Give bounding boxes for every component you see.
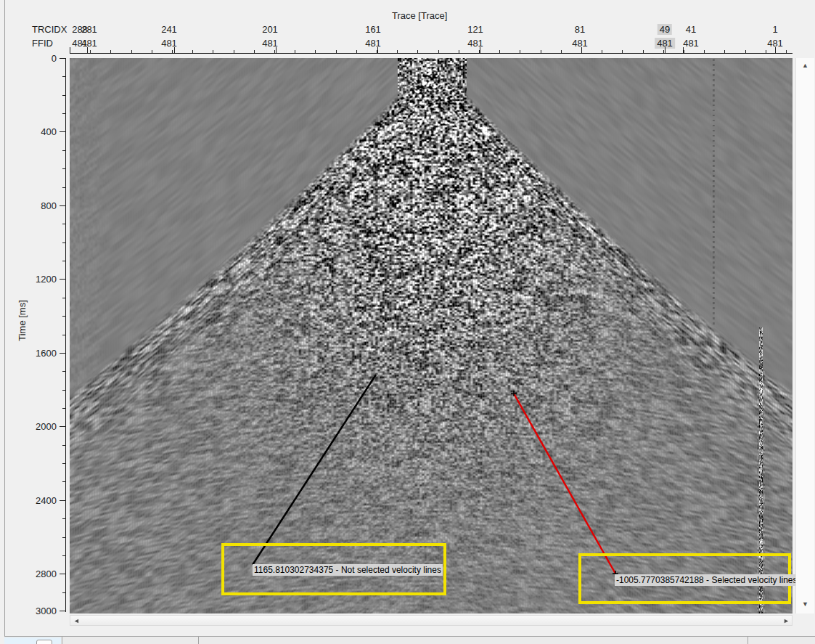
- trace-minor-tick: [479, 50, 480, 53]
- velocity-line-selected[interactable]: [514, 394, 615, 574]
- plot-overlay: 1165.810302734375 - Not selected velocit…: [70, 58, 793, 614]
- bottom-bar: [4, 636, 815, 644]
- trace-tick-trcidx: 1: [772, 24, 777, 35]
- trace-minor-tick: [766, 50, 766, 53]
- time-minor-tick: [62, 555, 65, 556]
- trace-minor-tick: [581, 50, 582, 53]
- time-tick-label: 2000: [13, 421, 57, 432]
- time-minor-tick: [62, 481, 65, 482]
- trace-minor-tick: [254, 50, 255, 53]
- trace-minor-tick: [356, 50, 357, 53]
- time-minor-tick: [62, 242, 65, 243]
- time-tick-label: 0: [13, 53, 57, 64]
- trace-minor-tick: [315, 50, 316, 53]
- time-minor-tick: [62, 224, 65, 224]
- time-minor-tick: [62, 371, 65, 372]
- bottom-bar-side-panel: [4, 637, 61, 644]
- trace-minor-tick: [663, 50, 664, 53]
- trace-axis-line: [70, 53, 793, 54]
- trace-minor-tick: [90, 50, 91, 53]
- ffid-row-label: FFID: [32, 38, 53, 49]
- time-major-tick: [60, 426, 65, 427]
- time-minor-tick: [62, 518, 65, 519]
- time-major-tick: [60, 279, 65, 280]
- trace-tick-trcidx: 121: [467, 24, 483, 35]
- time-tick-label: 400: [13, 126, 57, 137]
- trace-tick-ffid: 481: [683, 38, 699, 49]
- trace-minor-tick: [745, 50, 746, 53]
- trace-minor-tick: [274, 50, 275, 53]
- time-tick-label: 1600: [13, 348, 57, 359]
- time-major-tick: [60, 574, 65, 574]
- time-minor-tick: [62, 335, 65, 335]
- time-major-tick: [60, 58, 65, 59]
- vertical-scrollbar[interactable]: ▲ ▼: [795, 58, 814, 614]
- trace-tick-trcidx: 161: [365, 24, 381, 35]
- trace-minor-tick: [234, 50, 234, 53]
- seismic-viewer-window: Trace [Trace] TRCIDX FFID 28848128148124…: [0, 0, 815, 644]
- time-minor-tick: [62, 95, 65, 96]
- trace-tick-ffid: 481: [572, 38, 588, 49]
- time-minor-tick: [62, 298, 65, 298]
- trace-minor-tick: [561, 50, 562, 53]
- bottom-bar-button[interactable]: [36, 640, 52, 644]
- trace-tick-trcidx: 41: [686, 24, 696, 35]
- trace-minor-tick: [602, 50, 602, 53]
- velocity-label-not-selected[interactable]: 1165.810302734375 - Not selected velocit…: [253, 564, 443, 576]
- time-minor-tick: [62, 76, 65, 77]
- trace-minor-tick: [377, 50, 377, 53]
- trcidx-row-label: TRCIDX: [32, 24, 67, 35]
- trace-minor-tick: [724, 50, 725, 53]
- scroll-up-icon[interactable]: ▲: [802, 62, 808, 69]
- trace-minor-tick: [622, 50, 623, 53]
- trace-minor-tick: [213, 50, 213, 53]
- trace-tick-trcidx: 241: [161, 24, 177, 35]
- time-minor-tick: [62, 113, 65, 114]
- time-minor-tick: [62, 316, 65, 317]
- trace-tick-ffid: 481: [467, 38, 483, 49]
- time-minor-tick: [62, 261, 65, 261]
- window-border: [4, 0, 5, 644]
- time-major-tick: [60, 500, 65, 501]
- trace-minor-tick: [684, 50, 684, 53]
- horizontal-scrollbar[interactable]: ◄ ►: [70, 615, 793, 626]
- time-minor-tick: [62, 463, 65, 464]
- trace-minor-tick: [499, 50, 500, 53]
- bottom-bar-divider: [748, 637, 748, 644]
- scroll-down-icon[interactable]: ▼: [802, 601, 808, 608]
- scroll-left-icon[interactable]: ◄: [73, 618, 80, 624]
- time-major-tick: [60, 353, 65, 354]
- trace-minor-tick: [438, 50, 439, 53]
- bottom-bar-divider: [198, 637, 199, 644]
- time-tick-label: 800: [13, 200, 57, 211]
- time-tick-label: 2400: [13, 495, 57, 506]
- trace-minor-tick: [70, 50, 70, 53]
- trace-minor-tick: [131, 50, 132, 53]
- time-tick-label: 1200: [13, 274, 57, 285]
- trace-tick-ffid: 481: [365, 38, 381, 49]
- trace-minor-tick: [704, 50, 705, 53]
- trace-tick-highlighted: 49: [658, 24, 672, 35]
- scroll-right-icon[interactable]: ►: [783, 618, 790, 624]
- trace-minor-tick: [336, 50, 337, 53]
- time-minor-tick: [62, 592, 65, 593]
- time-tick-label: 3000: [13, 606, 57, 616]
- trace-minor-tick: [520, 50, 520, 53]
- time-minor-tick: [62, 150, 65, 151]
- trace-tick-trcidx: 201: [262, 24, 278, 35]
- trace-minor-tick: [295, 50, 295, 53]
- trace-major-tick: [276, 47, 277, 53]
- bottom-bar-divider: [62, 637, 62, 644]
- time-major-tick: [60, 611, 65, 611]
- velocity-line-not-selected[interactable]: [253, 375, 376, 565]
- time-minor-tick: [62, 168, 65, 169]
- trace-tick-trcidx: 81: [575, 24, 585, 35]
- time-minor-tick: [62, 408, 65, 409]
- trace-major-tick: [377, 47, 378, 53]
- trace-minor-tick: [417, 50, 418, 53]
- trace-tick-trcidx: 281: [81, 24, 97, 35]
- velocity-label-selected[interactable]: -1005.7770385742188 - Selected velocity …: [615, 574, 799, 586]
- trace-minor-tick: [397, 50, 398, 53]
- trace-major-tick: [665, 47, 665, 53]
- time-minor-tick: [62, 445, 65, 446]
